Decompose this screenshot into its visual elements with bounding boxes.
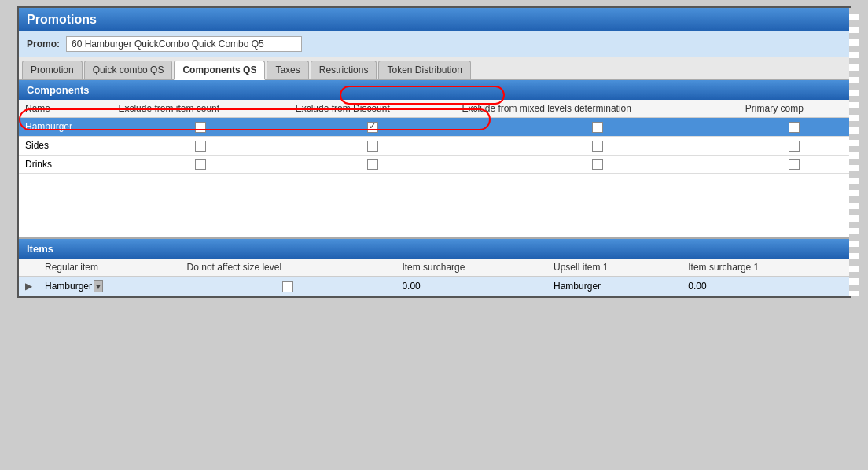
col-primary: Primary comp	[739, 100, 849, 118]
col-exclude-mixed: Exclude from mixed levels determination	[456, 100, 739, 118]
tab-quick-combo-qs[interactable]: Quick combo QS	[84, 61, 173, 79]
tab-taxes[interactable]: Taxes	[267, 61, 308, 79]
col-item-surcharge1: Item surcharge 1	[682, 259, 849, 277]
dropdown-arrow-icon[interactable]: ▼	[94, 280, 103, 292]
components-table: Name Exclude from item count Exclude fro…	[19, 100, 849, 174]
col-exclude-discount: Exclude from Discount	[289, 100, 456, 118]
promo-label: Promo:	[27, 39, 60, 50]
components-section: Name Exclude from item count Exclude fro…	[19, 100, 849, 174]
col-do-not-affect: Do not affect size level	[181, 259, 396, 277]
col-upsell-item1: Upsell item 1	[547, 259, 682, 277]
exclude-mixed-cell[interactable]	[456, 136, 739, 155]
tabs-row: Promotion Quick combo QS Components QS T…	[19, 57, 849, 80]
primary-cell[interactable]	[739, 155, 849, 174]
title-bar: Promotions	[19, 8, 849, 31]
regular-item-value: Hamburger	[45, 281, 92, 292]
do-not-affect-cell[interactable]	[181, 277, 396, 296]
row-name: Hamburger	[19, 118, 112, 137]
primary-checkbox[interactable]	[789, 141, 800, 152]
upsell-item1-cell: Hamburger	[547, 277, 682, 296]
primary-cell[interactable]	[739, 118, 849, 137]
spacer	[19, 174, 849, 237]
items-header: Items	[19, 239, 849, 259]
item-surcharge-cell: 0.00	[395, 277, 547, 296]
tab-token-distribution[interactable]: Token Distribution	[378, 61, 470, 79]
primary-checkbox[interactable]	[789, 159, 800, 170]
col-exclude-item-count: Exclude from item count	[112, 100, 289, 118]
exclude-item-count-cell[interactable]	[112, 118, 289, 137]
row-name: Drinks	[19, 155, 112, 174]
regular-item-cell: Hamburger ▼	[39, 277, 181, 296]
page-title: Promotions	[27, 13, 97, 26]
primary-checkbox[interactable]	[789, 122, 800, 133]
col-item-surcharge: Item surcharge	[395, 259, 547, 277]
exclude-discount-checkbox[interactable]	[367, 141, 378, 152]
table-row[interactable]: Sides	[19, 136, 849, 155]
table-row[interactable]: Drinks	[19, 155, 849, 174]
tab-promotion[interactable]: Promotion	[22, 61, 83, 79]
tab-restrictions[interactable]: Restrictions	[311, 61, 377, 79]
exclude-discount-cell[interactable]	[289, 136, 456, 155]
exclude-discount-checkbox[interactable]	[367, 122, 378, 133]
promo-row: Promo: 60 Hamburger QuickCombo Quick Com…	[19, 31, 849, 57]
col-arrow	[19, 259, 39, 277]
do-not-affect-checkbox[interactable]	[282, 281, 293, 292]
table-row[interactable]: Hamburger	[19, 118, 849, 137]
exclude-discount-cell[interactable]	[289, 155, 456, 174]
col-regular-item: Regular item	[39, 259, 181, 277]
row-arrow: ▶	[19, 277, 39, 296]
exclude-item-count-checkbox[interactable]	[195, 159, 206, 170]
components-header: Components	[19, 80, 849, 100]
exclude-mixed-checkbox[interactable]	[592, 159, 603, 170]
items-table: Regular item Do not affect size level It…	[19, 259, 849, 296]
row-name: Sides	[19, 136, 112, 155]
primary-cell[interactable]	[739, 136, 849, 155]
exclude-mixed-cell[interactable]	[456, 155, 739, 174]
tab-components-qs[interactable]: Components QS	[174, 61, 265, 80]
items-section: Items Regular item Do not affect size le…	[19, 237, 849, 296]
items-table-row[interactable]: ▶ Hamburger ▼ 0.00 Hamburger 0.00	[19, 277, 849, 296]
exclude-mixed-checkbox[interactable]	[592, 141, 603, 152]
exclude-item-count-cell[interactable]	[112, 155, 289, 174]
col-name: Name	[19, 100, 112, 118]
exclude-item-count-checkbox[interactable]	[195, 141, 206, 152]
exclude-discount-cell[interactable]	[289, 118, 456, 137]
exclude-discount-checkbox[interactable]	[367, 159, 378, 170]
exclude-mixed-cell[interactable]	[456, 118, 739, 137]
exclude-item-count-checkbox[interactable]	[195, 122, 206, 133]
components-area: Components Name Exclude from item count …	[19, 80, 849, 237]
item-surcharge1-cell: 0.00	[682, 277, 849, 296]
promo-value: 60 Hamburger QuickCombo Quick Combo Q5	[66, 36, 302, 52]
main-window: Promotions Promo: 60 Hamburger QuickComb…	[17, 6, 851, 298]
exclude-item-count-cell[interactable]	[112, 136, 289, 155]
exclude-mixed-checkbox[interactable]	[592, 122, 603, 133]
